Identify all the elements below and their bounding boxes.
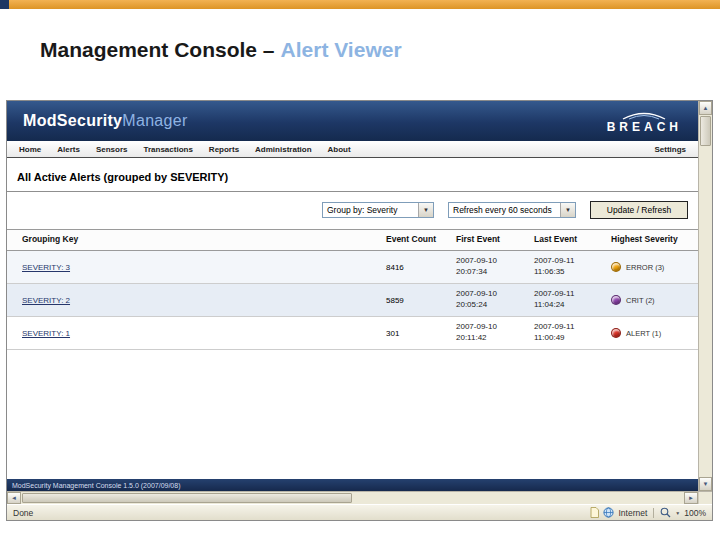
- group-by-value: Group by: Severity: [323, 203, 418, 217]
- severity-ball-icon: [611, 295, 621, 305]
- grouping-key-link[interactable]: SEVERITY: 2: [22, 296, 70, 305]
- last-event-time: 11:06:35: [534, 267, 611, 278]
- last-event-date: 2007-09-11: [534, 256, 611, 267]
- first-event-value: 2007-09-10 20:11:42: [456, 322, 534, 344]
- chevron-down-icon: ▼: [675, 510, 680, 516]
- status-text: Done: [13, 508, 584, 518]
- first-event-date: 2007-09-10: [456, 322, 534, 333]
- event-count-value: 8416: [386, 263, 456, 272]
- table-row: SEVERITY: 3 8416 2007-09-10 20:07:34 200…: [7, 251, 698, 284]
- first-event-value: 2007-09-10 20:05:24: [456, 289, 534, 311]
- last-event-time: 11:00:49: [534, 333, 611, 344]
- heading-divider: [7, 191, 698, 192]
- browser-viewport: ModSecurityManager BREACH Home Alerts Se…: [7, 101, 712, 491]
- nav-alerts[interactable]: Alerts: [57, 145, 80, 154]
- first-event-time: 20:05:24: [456, 300, 534, 311]
- app-footer: ModSecurity Management Console 1.5.0 (20…: [7, 479, 698, 491]
- last-event-value: 2007-09-11 11:04:24: [534, 289, 611, 311]
- grouping-key-link[interactable]: SEVERITY: 1: [22, 329, 70, 338]
- vertical-scroll-thumb[interactable]: [700, 116, 711, 146]
- nav-sensors[interactable]: Sensors: [96, 145, 128, 154]
- app-header: ModSecurityManager BREACH: [7, 101, 698, 141]
- slide-title: Management Console –Alert Viewer: [40, 38, 402, 62]
- nav-settings[interactable]: Settings: [654, 145, 686, 154]
- grouping-key-link[interactable]: SEVERITY: 3: [22, 263, 70, 272]
- statusbar-divider: [653, 508, 654, 518]
- slide-title-accent: Alert Viewer: [281, 38, 402, 61]
- scroll-down-icon[interactable]: ▼: [699, 477, 712, 491]
- horizontal-scroll-thumb[interactable]: [22, 493, 352, 503]
- last-event-value: 2007-09-11 11:06:35: [534, 256, 611, 278]
- zoom-control[interactable]: ▼ 100%: [660, 507, 706, 518]
- first-event-date: 2007-09-10: [456, 289, 534, 300]
- status-bar: Done Internet ▼ 100%: [7, 504, 712, 520]
- first-event-time: 20:07:34: [456, 267, 534, 278]
- slide-title-main: Management Console –: [40, 38, 275, 61]
- chevron-down-icon: ▼: [418, 203, 433, 217]
- scrollbar-corner: [698, 492, 712, 504]
- breach-wave-icon: [621, 110, 667, 120]
- col-event-count: Event Count: [386, 234, 456, 245]
- slide-corner-chip: [0, 0, 9, 9]
- first-event-value: 2007-09-10 20:07:34: [456, 256, 534, 278]
- table-row: SEVERITY: 1 301 2007-09-10 20:11:42 2007…: [7, 317, 698, 350]
- nav-reports[interactable]: Reports: [209, 145, 239, 154]
- vertical-scrollbar[interactable]: ▲ ▼: [698, 101, 712, 491]
- severity-ball-icon: [611, 328, 621, 338]
- nav-about[interactable]: About: [328, 145, 351, 154]
- horizontal-scroll-track[interactable]: [352, 492, 684, 504]
- update-refresh-button[interactable]: Update / Refresh: [590, 201, 688, 219]
- event-count-value: 301: [386, 329, 456, 338]
- page-icon: [590, 507, 599, 518]
- breach-logo-text: BREACH: [607, 121, 682, 133]
- globe-icon: [603, 507, 614, 518]
- last-event-date: 2007-09-11: [534, 289, 611, 300]
- severity-ball-icon: [611, 262, 621, 272]
- severity-label: ERROR (3): [626, 263, 664, 272]
- severity-label: CRIT (2): [626, 296, 655, 305]
- logo-part1: ModSecurity: [23, 112, 122, 129]
- nav-administration[interactable]: Administration: [255, 145, 311, 154]
- first-event-time: 20:11:42: [456, 333, 534, 344]
- nav-transactions[interactable]: Transactions: [144, 145, 193, 154]
- modsecurity-logo: ModSecurityManager: [23, 112, 188, 130]
- col-highest-severity: Highest Severity: [611, 234, 698, 245]
- alerts-table: Grouping Key Event Count First Event Las…: [7, 229, 698, 350]
- magnifier-icon: [660, 507, 671, 518]
- main-nav: Home Alerts Sensors Transactions Reports…: [7, 141, 698, 158]
- refresh-interval-value: Refresh every 60 seconds: [449, 203, 560, 217]
- content-spacer: [17, 350, 688, 479]
- col-grouping-key: Grouping Key: [7, 234, 386, 245]
- severity-label: ALERT (1): [626, 329, 661, 338]
- zoom-level: 100%: [684, 508, 706, 518]
- last-event-date: 2007-09-11: [534, 322, 611, 333]
- breach-logo: BREACH: [607, 110, 682, 133]
- table-body: SEVERITY: 3 8416 2007-09-10 20:07:34 200…: [7, 251, 698, 350]
- event-count-value: 5859: [386, 296, 456, 305]
- logo-part2: Manager: [122, 112, 187, 129]
- vertical-scroll-track[interactable]: [699, 146, 712, 477]
- table-row: SEVERITY: 2 5859 2007-09-10 20:05:24 200…: [7, 284, 698, 317]
- scroll-left-icon[interactable]: ◄: [7, 492, 21, 504]
- page-title: All Active Alerts (grouped by SEVERITY): [17, 171, 688, 183]
- scroll-up-icon[interactable]: ▲: [699, 101, 712, 115]
- col-last-event: Last Event: [534, 234, 611, 245]
- scroll-right-icon[interactable]: ►: [684, 492, 698, 504]
- group-by-select[interactable]: Group by: Severity ▼: [322, 202, 434, 218]
- zone-group: Internet: [590, 507, 647, 518]
- slide-accent-stripe: [0, 0, 720, 9]
- zone-label: Internet: [618, 508, 647, 518]
- col-first-event: First Event: [456, 234, 534, 245]
- browser-window: ModSecurityManager BREACH Home Alerts Se…: [6, 100, 713, 521]
- refresh-interval-select[interactable]: Refresh every 60 seconds ▼: [448, 202, 576, 218]
- first-event-date: 2007-09-10: [456, 256, 534, 267]
- last-event-value: 2007-09-11 11:00:49: [534, 322, 611, 344]
- app-version-text: ModSecurity Management Console 1.5.0 (20…: [12, 482, 181, 489]
- nav-home[interactable]: Home: [19, 145, 41, 154]
- alerts-toolbar: Group by: Severity ▼ Refresh every 60 se…: [17, 201, 688, 219]
- last-event-time: 11:04:24: [534, 300, 611, 311]
- page-column: ModSecurityManager BREACH Home Alerts Se…: [7, 101, 698, 491]
- horizontal-scrollbar[interactable]: ◄ ►: [7, 491, 712, 504]
- table-header-row: Grouping Key Event Count First Event Las…: [7, 230, 698, 251]
- chevron-down-icon: ▼: [560, 203, 575, 217]
